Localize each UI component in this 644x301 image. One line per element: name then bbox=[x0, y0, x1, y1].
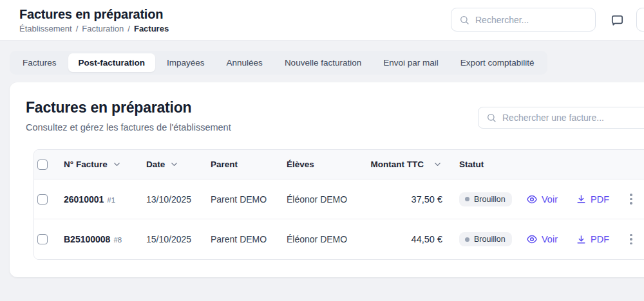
pdf-download-button[interactable]: PDF bbox=[576, 194, 609, 205]
status-label: Brouillon bbox=[474, 195, 506, 204]
invoice-students: Éléonor DEMO bbox=[287, 194, 368, 205]
tab[interactable]: Post-facturation bbox=[68, 53, 156, 72]
view-button[interactable]: Voir bbox=[526, 233, 558, 245]
breadcrumb-current: Factures bbox=[134, 24, 169, 33]
topbar-titles: Factures en préparation Établissement / … bbox=[19, 7, 169, 33]
table-header-row: N° Facture Date Parent Élèves Montant TT… bbox=[34, 150, 644, 179]
breadcrumb-item[interactable]: Facturation bbox=[82, 24, 124, 33]
chevron-down-icon[interactable] bbox=[169, 160, 179, 169]
view-button[interactable]: Voir bbox=[526, 194, 558, 205]
invoice-number: 26010001 bbox=[64, 194, 104, 205]
column-header-date: Date bbox=[146, 160, 211, 169]
breadcrumb-separator: / bbox=[76, 24, 79, 33]
row-checkbox[interactable] bbox=[37, 234, 48, 244]
global-search-input[interactable] bbox=[475, 15, 587, 25]
eye-icon bbox=[526, 233, 538, 245]
tab[interactable]: Export comptabilité bbox=[450, 53, 545, 72]
pdf-download-button[interactable]: PDF bbox=[576, 234, 609, 245]
tab[interactable]: Nouvelle facturation bbox=[274, 53, 372, 72]
table-body: 26010001 #1 13/10/2025 Parent DEMO Éléon… bbox=[34, 179, 644, 259]
invoice-status-cell: Brouillon bbox=[442, 192, 533, 206]
table-row: B25100008 #8 15/10/2025 Parent DEMO Éléo… bbox=[34, 219, 644, 259]
invoice-number: B25100008 bbox=[64, 234, 110, 244]
invoice-students: Éléonor DEMO bbox=[287, 234, 368, 244]
breadcrumb-item[interactable]: Établissement bbox=[19, 24, 72, 33]
global-search[interactable] bbox=[451, 8, 596, 32]
breadcrumb: Établissement / Facturation / Factures bbox=[19, 24, 169, 33]
search-icon bbox=[486, 113, 497, 123]
kebab-menu-icon[interactable] bbox=[627, 232, 635, 248]
invoice-date: 13/10/2025 bbox=[146, 194, 211, 205]
chevron-down-icon[interactable] bbox=[433, 160, 442, 169]
pdf-label: PDF bbox=[591, 194, 609, 205]
column-header-parent: Parent bbox=[211, 160, 287, 169]
invoices-card: Factures en préparation Consultez et gér… bbox=[10, 82, 644, 277]
column-header-students: Élèves bbox=[287, 160, 368, 169]
status-dot-icon bbox=[465, 197, 469, 201]
invoice-amount: 37,50 € bbox=[368, 194, 442, 205]
invoice-parent: Parent DEMO bbox=[211, 194, 287, 205]
tab[interactable]: Impayées bbox=[156, 53, 215, 72]
topbar: Factures en préparation Établissement / … bbox=[0, 0, 644, 41]
download-icon bbox=[576, 194, 587, 205]
table-row: 26010001 #1 13/10/2025 Parent DEMO Éléon… bbox=[34, 179, 644, 219]
invoices-table: N° Facture Date Parent Élèves Montant TT… bbox=[33, 149, 644, 260]
view-label: Voir bbox=[542, 234, 558, 244]
chevron-down-icon[interactable] bbox=[112, 160, 122, 169]
tab[interactable]: Envoi par mail bbox=[373, 53, 449, 72]
search-icon bbox=[459, 15, 469, 25]
invoice-date: 15/10/2025 bbox=[146, 234, 211, 244]
tab[interactable]: Factures bbox=[12, 53, 67, 72]
invoice-number-cell: B25100008 #8 bbox=[64, 234, 146, 244]
invoice-parent: Parent DEMO bbox=[211, 234, 287, 244]
invoice-ref: #8 bbox=[113, 236, 122, 244]
invoice-amount: 44,50 € bbox=[368, 234, 442, 244]
select-all-checkbox[interactable] bbox=[37, 160, 48, 170]
row-checkbox-cell bbox=[34, 234, 64, 244]
column-header-amount: Montant TTC bbox=[368, 160, 442, 169]
invoice-ref: #1 bbox=[107, 196, 115, 204]
page-title: Factures en préparation bbox=[19, 7, 169, 22]
tab-bar: Factures Post-facturation Impayées Annul… bbox=[10, 51, 547, 75]
download-icon bbox=[576, 234, 587, 245]
row-actions: Voir PDF bbox=[526, 191, 644, 207]
invoice-search[interactable] bbox=[478, 107, 644, 129]
row-checkbox[interactable] bbox=[37, 194, 48, 205]
column-header-status: Statut bbox=[442, 160, 533, 169]
pdf-label: PDF bbox=[591, 234, 609, 244]
status-badge: Brouillon bbox=[459, 232, 512, 246]
kebab-menu-icon[interactable] bbox=[627, 191, 635, 207]
view-label: Voir bbox=[542, 194, 558, 205]
row-actions: Voir PDF bbox=[526, 232, 644, 248]
invoice-number-cell: 26010001 #1 bbox=[64, 194, 146, 205]
invoice-status-cell: Brouillon bbox=[442, 232, 533, 246]
tab[interactable]: Annulées bbox=[216, 53, 273, 72]
row-checkbox-cell bbox=[34, 194, 64, 205]
status-label: Brouillon bbox=[474, 235, 506, 244]
header-checkbox-cell bbox=[34, 160, 64, 170]
chat-bubble-icon[interactable] bbox=[608, 12, 626, 30]
tabs-wrap: Factures Post-facturation Impayées Annul… bbox=[0, 41, 644, 75]
column-header-invoice: N° Facture bbox=[64, 160, 146, 169]
eye-icon bbox=[526, 194, 538, 205]
status-dot-icon bbox=[465, 237, 469, 242]
status-badge: Brouillon bbox=[459, 192, 512, 206]
invoice-search-input[interactable] bbox=[502, 113, 644, 123]
partial-button[interactable] bbox=[636, 8, 644, 32]
breadcrumb-separator: / bbox=[128, 24, 130, 33]
